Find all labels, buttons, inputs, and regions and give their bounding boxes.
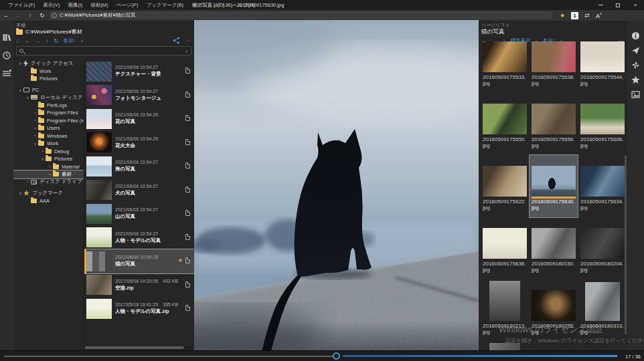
tree-item[interactable]: ∨ ローカル ディスク (C:) <box>13 94 84 102</box>
close-button[interactable]: × <box>627 0 644 10</box>
book-item[interactable]: 2021/06/06 10:54:27 海の写真 <box>84 154 194 178</box>
page-item[interactable] <box>481 342 529 350</box>
book-item[interactable]: 2021/06/06 10:54:27 山の写真 <box>84 202 194 226</box>
book-item[interactable]: 2017/05/18 19:41:23395 KB 人物・モデルの写真.zip <box>84 297 194 321</box>
expander-icon[interactable]: ∨ <box>17 88 23 92</box>
expander-icon[interactable]: > <box>39 149 46 153</box>
tree-item[interactable]: > Users <box>13 124 84 132</box>
book-item[interactable]: 2021/06/06 10:54:27 フォトモンタージュ <box>84 84 194 108</box>
home-button[interactable]: ⌂ <box>16 37 19 44</box>
page-item[interactable]: 20160509175556.jpg <box>530 93 578 155</box>
search-input[interactable]: ∨ <box>16 46 191 55</box>
history-icon[interactable] <box>2 51 11 60</box>
bookmark-star-icon[interactable]: ★ <box>560 12 565 19</box>
tree-item[interactable]: > Program Files <box>13 109 84 117</box>
tree-item[interactable]: ∨ ブックマーク <box>13 189 84 197</box>
tree-item[interactable]: Pictures <box>13 75 84 83</box>
menu-item[interactable]: ファイル(F) <box>4 2 39 9</box>
tree-item[interactable]: > ディスク ドライブ (D:) <box>13 178 84 187</box>
image-viewer[interactable] <box>194 20 479 350</box>
expander-icon[interactable]: ∨ <box>32 141 38 146</box>
effect-icon[interactable] <box>631 61 640 70</box>
expander-icon[interactable]: > <box>32 134 38 138</box>
book-item[interactable]: 2021/06/06 10:54:28 猫の写真 ★ <box>84 249 194 273</box>
slider-handle[interactable] <box>333 352 340 360</box>
slider-track-right[interactable] <box>343 355 617 357</box>
scrollbar-thumb[interactable] <box>85 346 184 349</box>
auto-rotate-icon[interactable]: A˄ <box>596 12 602 19</box>
chevron-down-icon[interactable]: ∨ <box>560 39 563 43</box>
slider-track-left[interactable] <box>4 356 333 357</box>
up-button[interactable]: ↑ <box>503 37 506 44</box>
page-item[interactable]: 20160509180204.jpg <box>578 217 627 279</box>
page-item[interactable]: 20160509180313.jpg <box>578 279 627 342</box>
menu-item[interactable]: ブックマーク(B) <box>142 2 187 9</box>
tree-item[interactable]: ∨ PC <box>13 86 84 94</box>
address-input[interactable]: i C:¥Work¥Pictures¥素材¥猫の写真 <box>50 11 553 19</box>
tree-item[interactable]: > 素材 <box>13 170 84 178</box>
info-icon[interactable] <box>631 31 640 40</box>
page-item[interactable]: 20160509180255.jpg <box>530 279 578 342</box>
page-item[interactable]: 20160509175638.jpg <box>481 217 529 279</box>
sort-button[interactable]: 名前↑ <box>63 37 76 44</box>
expander-icon[interactable]: > <box>47 172 53 176</box>
book-item[interactable]: 2021/06/06 10:54:29 花火大会 <box>84 131 194 155</box>
reading-direction-icon[interactable]: ⇄ <box>584 12 590 19</box>
expander-icon[interactable]: ∨ <box>17 61 23 66</box>
back-button[interactable]: ← <box>24 37 30 44</box>
menu-item[interactable]: 表示(V) <box>39 2 64 9</box>
chevron-down-icon[interactable]: ∨ <box>185 49 188 53</box>
expander-icon[interactable]: > <box>47 164 53 168</box>
refresh-button[interactable]: ↻ <box>54 37 59 44</box>
up-button[interactable]: ↑ <box>46 37 49 44</box>
view-mode-button[interactable]: 標準表示 <box>511 37 531 44</box>
page-item[interactable]: 20160509175622.jpg <box>481 155 529 217</box>
more-button[interactable]: ⋯ <box>619 37 625 44</box>
tree-item[interactable]: > Windows <box>13 132 84 140</box>
tree-item[interactable]: > Program Files (x86) <box>13 117 84 125</box>
page-item[interactable]: 20160509175606.jpg <box>578 93 627 155</box>
menu-item[interactable]: 移動(M) <box>86 2 112 9</box>
page-item[interactable]: 20160509175550.jpg <box>481 93 529 155</box>
expander-icon[interactable]: ∨ <box>39 156 46 161</box>
book-item[interactable]: 2017/05/08 14:20:05402 KB 空港.zip <box>84 273 194 297</box>
horizontal-scrollbar[interactable] <box>85 346 193 349</box>
minimize-button[interactable] <box>592 0 609 10</box>
forward-button[interactable]: → <box>492 37 498 44</box>
tree-item[interactable]: Work <box>13 68 84 76</box>
refresh-button[interactable]: ↻ <box>36 12 48 19</box>
tree-item[interactable]: ∨ Work <box>13 140 84 148</box>
tree-item[interactable]: ∨ クイック アクセス <box>13 59 84 68</box>
page-mode-button[interactable]: 1 <box>571 12 578 19</box>
book-item[interactable]: 2021/06/06 10:54:29 花の写真 <box>84 107 194 131</box>
tree-item[interactable]: > Material <box>13 163 84 171</box>
back-button[interactable]: ← <box>481 37 487 44</box>
menu-item[interactable]: ページ(P) <box>112 2 143 9</box>
chevron-down-icon[interactable]: ∨ <box>536 39 538 43</box>
tree-item[interactable]: PerfLogs <box>13 102 84 110</box>
book-item[interactable]: 2021/06/06 10:54:27 犬の写真 <box>84 178 194 203</box>
expander-icon[interactable]: > <box>32 118 38 122</box>
tree-item[interactable]: > Debug <box>13 148 84 156</box>
bookshelf-icon[interactable] <box>2 33 11 42</box>
vertical-scrollbar[interactable] <box>625 155 627 334</box>
menu-item[interactable]: 画像(I) <box>64 2 86 9</box>
more-button[interactable]: ⋯ <box>185 37 191 44</box>
expander-icon[interactable]: ∨ <box>17 191 23 195</box>
book-item[interactable]: 2021/06/06 10:54:27 テクスチャー・背景 <box>84 59 194 84</box>
page-item[interactable]: 20160509180213.jpg <box>481 279 529 342</box>
expander-icon[interactable]: > <box>32 126 38 130</box>
chevron-down-icon[interactable]: ∨ <box>80 38 83 43</box>
page-item[interactable]: 20160509180150.jpg <box>530 217 578 279</box>
navigator-icon[interactable] <box>631 46 640 55</box>
expander-icon[interactable]: > <box>25 180 31 184</box>
tree-item[interactable]: ∨ Pictures <box>13 155 84 163</box>
forward-button[interactable]: → <box>35 37 41 44</box>
page-item[interactable]: 20160509175630.jpg <box>530 155 578 217</box>
bookmark-star-icon[interactable] <box>631 76 640 84</box>
playlist-icon[interactable] <box>2 69 11 78</box>
sort-button[interactable]: 名前↑ <box>543 37 556 44</box>
back-button[interactable]: ← <box>0 12 12 19</box>
image-panel-icon[interactable] <box>631 90 640 99</box>
tree-item[interactable]: AAA <box>13 197 84 205</box>
